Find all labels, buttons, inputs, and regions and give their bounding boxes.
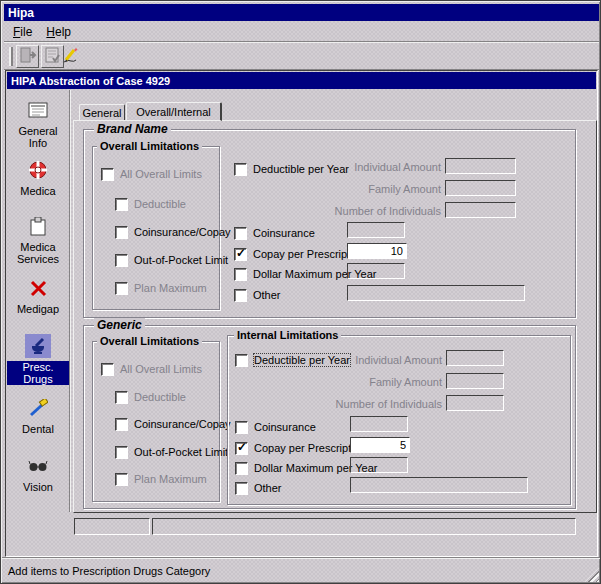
checkbox-row[interactable]: Coinsurance [234,226,315,240]
checkbox-row[interactable]: Deductible [115,390,186,404]
coinsurance-checkbox[interactable] [235,421,248,434]
checkbox-row[interactable]: Copay per Prescription [235,441,366,455]
checkbox-row[interactable]: All Overall Limits [101,167,202,181]
checkbox-row[interactable]: Other [234,288,281,302]
menu-help[interactable]: Help [46,25,71,39]
coinsurance-copay-checkbox[interactable] [115,226,128,239]
deductible-checkbox[interactable] [115,391,128,404]
number-of-individuals-label: Number of Individuals [327,205,441,217]
deductible-per-year-checkbox[interactable] [235,354,248,367]
coinsurance-field[interactable] [350,416,408,432]
tab-label: General [82,107,121,119]
family-amount-label: Family Amount [328,376,442,388]
other-field[interactable] [347,285,525,301]
checkbox-row[interactable]: Copay per Prescription [234,247,365,261]
glasses-icon [25,454,51,478]
tab-overall-internal[interactable]: Overall/Internal [126,102,222,121]
sidebar-item-label: General Info [7,125,69,149]
checkbox-row[interactable]: Plan Maximum [115,281,207,295]
exit-button[interactable] [16,45,39,68]
number-of-individuals-field[interactable] [445,202,516,218]
other-checkbox[interactable] [234,289,247,302]
statusbar: Add items to Prescription Drugs Category [2,557,601,584]
other-field[interactable] [350,477,528,493]
sidebar-item-label: Medigap [15,303,61,315]
checkbox-row[interactable]: Out-of-Pocket Limit [115,253,228,267]
status-text: Add items to Prescription Drugs Category [8,565,210,577]
resize-grip[interactable] [585,568,599,582]
checkbox-row[interactable]: Coinsurance/Copay [115,417,231,431]
individual-amount-label: Individual Amount [328,354,442,366]
app-window: Hipa File Help HIPA Abstraction of Case … [0,0,601,584]
checkbox-row[interactable]: Deductible [115,197,186,211]
generic-legend: Generic [94,318,145,332]
checkbox-row[interactable]: Out-of-Pocket Limit [115,445,228,459]
sidebar-item-medica[interactable]: Medica [7,158,69,197]
deductible-per-year-checkbox[interactable] [234,163,247,176]
dollar-maximum-per-year-field[interactable] [350,457,408,473]
checkbox-label: Deductible [134,391,186,403]
sidebar-item-presc-drugs[interactable]: Presc. Drugs [7,334,69,385]
exit-door-icon [19,47,37,67]
sidebar-item-vision[interactable]: Vision [7,454,69,493]
individual-amount-field[interactable] [446,350,504,366]
pharmacy-icon [25,334,51,358]
individual-amount-field[interactable] [445,158,516,174]
copay-per-prescription-field[interactable] [347,243,407,259]
family-amount-field[interactable] [446,373,504,389]
checkbox-label: Plan Maximum [134,473,207,485]
tab-label: Overall/Internal [136,106,211,118]
dollar-maximum-per-year-checkbox[interactable] [235,462,248,475]
generic-group: Generic Overall Limitations All Overall … [83,325,576,509]
dollar-maximum-per-year-checkbox[interactable] [234,268,247,281]
brand-name-group: Brand Name Overall Limitations All Overa… [83,129,576,318]
dollar-maximum-per-year-field[interactable] [347,263,405,279]
checkbox-row[interactable]: All Overall Limits [101,362,202,376]
toolbar-gripper[interactable] [9,47,13,66]
hand-write-icon [61,46,79,68]
abstract-button[interactable] [58,45,81,68]
family-amount-field[interactable] [445,180,516,196]
case-window: HIPA Abstraction of Case 4929 General In… [5,70,598,557]
checkbox-label: Plan Maximum [134,282,207,294]
tab-general[interactable]: General [79,104,125,121]
tab-panel: Brand Name Overall Limitations All Overa… [73,120,597,513]
checkbox-row[interactable]: Plan Maximum [115,472,207,486]
coinsurance-checkbox[interactable] [234,227,247,240]
out-of-pocket-limit-checkbox[interactable] [115,254,128,267]
checkbox-row[interactable]: Coinsurance/Copay [115,225,231,239]
brand-name-legend: Brand Name [94,122,171,136]
copay-per-prescription-field[interactable] [350,437,410,453]
sidebar-item-medica-services[interactable]: Medica Services [7,214,69,265]
all-overall-limits-checkbox[interactable] [101,168,114,181]
sidebar-item-label: Medica Services [7,241,69,265]
sidebar-item-general-info[interactable]: General Info [7,98,69,149]
checkbox-label: Other [253,289,281,301]
copay-per-prescription-checkbox[interactable] [235,442,248,455]
deductible-checkbox[interactable] [115,198,128,211]
plan-maximum-checkbox[interactable] [115,282,128,295]
menu-file[interactable]: File [13,25,32,39]
toolbar [4,41,599,70]
generic-overall-limitations-group: Overall Limitations All Overall Limits D… [92,341,220,502]
checkbox-label: Out-of-Pocket Limit [134,254,228,266]
checkbox-label: Other [254,482,282,494]
sidebar-item-label: Medica [18,185,57,197]
plan-maximum-checkbox[interactable] [115,473,128,486]
copay-per-prescription-checkbox[interactable] [234,248,247,261]
sidebar-item-label: Presc. Drugs [7,361,69,385]
sidebar-item-medigap[interactable]: Medigap [7,276,69,315]
coinsurance-field[interactable] [347,222,405,238]
all-overall-limits-checkbox[interactable] [101,363,114,376]
internal-limitations-legend: Internal Limitations [234,328,341,342]
checkbox-row[interactable]: Coinsurance [235,420,316,434]
out-of-pocket-limit-checkbox[interactable] [115,446,128,459]
number-of-individuals-field[interactable] [446,395,504,411]
sidebar-item-dental[interactable]: Dental [7,396,69,435]
case-titlebar: HIPA Abstraction of Case 4929 [7,72,596,89]
generic-internal-limitations-group: Internal Limitations Deductible per Year… [227,335,571,505]
checkbox-row[interactable]: Other [235,481,282,495]
status-panel-left [74,518,150,535]
other-checkbox[interactable] [235,482,248,495]
coinsurance-copay-checkbox[interactable] [115,418,128,431]
